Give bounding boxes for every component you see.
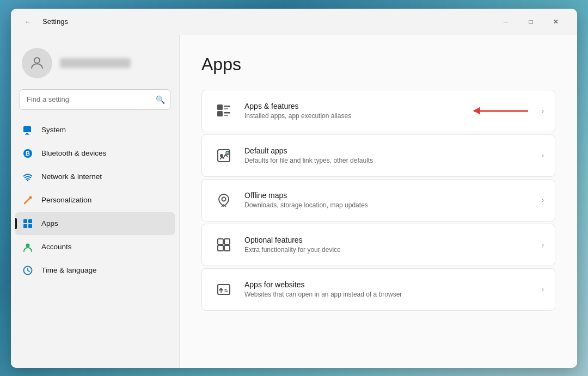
svg-rect-15 (217, 104, 223, 110)
offline-maps-chevron: › (542, 196, 544, 204)
sidebar-item-personalization[interactable]: Personalization (15, 189, 175, 212)
title-bar-left: ← Settings (20, 13, 493, 30)
svg-rect-3 (25, 134, 29, 135)
title-bar: ← Settings ─ □ ✕ (11, 9, 577, 35)
back-button[interactable]: ← (20, 13, 37, 30)
sidebar: 🔍 System (11, 35, 180, 368)
personalization-label: Personalization (41, 196, 91, 204)
svg-rect-28 (224, 245, 230, 251)
default-apps-icon (213, 145, 235, 167)
sidebar-item-time[interactable]: Time & language (15, 259, 175, 282)
restore-button[interactable]: □ (518, 13, 543, 30)
apps-websites-desc: Websites that can open in an app instead… (244, 291, 535, 298)
optional-features-card[interactable]: Optional features Extra functionality fo… (201, 224, 555, 266)
accounts-label: Accounts (41, 243, 72, 251)
user-name (60, 58, 131, 68)
default-apps-chevron: › (542, 151, 544, 159)
svg-point-8 (29, 196, 32, 199)
svg-rect-27 (218, 245, 223, 251)
main-content: Apps (180, 35, 577, 368)
apps-features-title: Apps & features (244, 102, 535, 110)
time-icon (22, 264, 34, 276)
sidebar-item-system[interactable]: System (15, 119, 175, 141)
personalization-icon (22, 194, 34, 206)
apps-websites-icon (213, 279, 235, 300)
svg-rect-16 (217, 111, 223, 116)
apps-label: Apps (41, 219, 58, 227)
close-button[interactable]: ✕ (543, 13, 568, 30)
optional-features-icon (213, 234, 235, 256)
accounts-icon (22, 241, 34, 253)
svg-rect-25 (218, 239, 223, 244)
user-profile (11, 41, 179, 89)
system-icon (22, 124, 34, 136)
minimize-button[interactable]: ─ (493, 13, 518, 30)
sidebar-item-bluetooth[interactable]: B Bluetooth & devices (15, 142, 175, 165)
content-area: 🔍 System (11, 35, 577, 368)
apps-features-desc: Installed apps, app execution aliases (244, 112, 535, 120)
offline-maps-text: Offline maps Downloads, storage location… (244, 191, 535, 209)
avatar (22, 48, 52, 78)
apps-features-text: Apps & features Installed apps, app exec… (244, 102, 535, 120)
apps-features-wrapper: Apps & features Installed apps, app exec… (201, 90, 555, 132)
apps-features-chevron: › (542, 107, 544, 115)
search-input[interactable] (20, 89, 170, 110)
svg-point-0 (34, 58, 40, 63)
bluetooth-label: Bluetooth & devices (41, 149, 106, 157)
svg-point-13 (26, 243, 30, 247)
optional-features-text: Optional features Extra functionality fo… (244, 236, 535, 254)
default-apps-text: Default apps Defaults for file and link … (244, 146, 535, 164)
settings-window: ← Settings ─ □ ✕ (11, 9, 577, 368)
svg-rect-18 (224, 108, 228, 109)
svg-rect-20 (224, 115, 228, 116)
apps-websites-card[interactable]: Apps for websites Websites that can open… (201, 268, 555, 311)
svg-rect-19 (224, 112, 230, 114)
svg-rect-10 (28, 219, 32, 223)
optional-features-chevron: › (542, 241, 544, 249)
user-icon (29, 55, 45, 71)
window-title: Settings (42, 17, 68, 26)
svg-text:B: B (26, 150, 30, 157)
settings-list: Apps & features Installed apps, app exec… (201, 90, 555, 311)
svg-point-6 (27, 180, 28, 181)
svg-rect-1 (23, 126, 31, 132)
optional-features-title: Optional features (244, 236, 535, 244)
bluetooth-icon: B (22, 147, 34, 159)
svg-rect-26 (224, 239, 230, 244)
svg-rect-9 (23, 219, 27, 223)
page-title: Apps (201, 54, 555, 75)
default-apps-card[interactable]: Default apps Defaults for file and link … (201, 134, 555, 177)
window-controls: ─ □ ✕ (493, 13, 568, 30)
apps-icon (22, 218, 34, 230)
optional-features-desc: Extra functionality for your device (244, 246, 535, 254)
svg-rect-11 (23, 224, 27, 228)
offline-maps-title: Offline maps (244, 191, 535, 200)
apps-websites-chevron: › (542, 285, 544, 293)
offline-maps-desc: Downloads, storage location, map updates (244, 201, 535, 209)
offline-maps-card[interactable]: Offline maps Downloads, storage location… (201, 179, 555, 221)
apps-features-icon (213, 100, 235, 122)
svg-rect-2 (26, 133, 28, 134)
system-label: System (41, 126, 66, 134)
apps-websites-text: Apps for websites Websites that can open… (244, 280, 535, 298)
nav-items: System B Bluetooth & devices (11, 119, 179, 282)
search-box: 🔍 (20, 89, 170, 110)
default-apps-title: Default apps (244, 146, 535, 155)
svg-point-24 (222, 197, 226, 201)
svg-rect-17 (224, 106, 230, 107)
apps-websites-title: Apps for websites (244, 280, 535, 289)
sidebar-item-accounts[interactable]: Accounts (15, 236, 175, 258)
offline-maps-icon (213, 189, 235, 211)
sidebar-item-network[interactable]: Network & internet (15, 165, 175, 188)
time-label: Time & language (41, 266, 97, 274)
network-label: Network & internet (41, 172, 102, 181)
svg-rect-12 (28, 224, 32, 228)
sidebar-item-apps[interactable]: Apps (15, 212, 175, 235)
network-icon (22, 171, 34, 183)
default-apps-desc: Defaults for file and link types, other … (244, 157, 535, 164)
apps-features-card[interactable]: Apps & features Installed apps, app exec… (201, 90, 555, 132)
